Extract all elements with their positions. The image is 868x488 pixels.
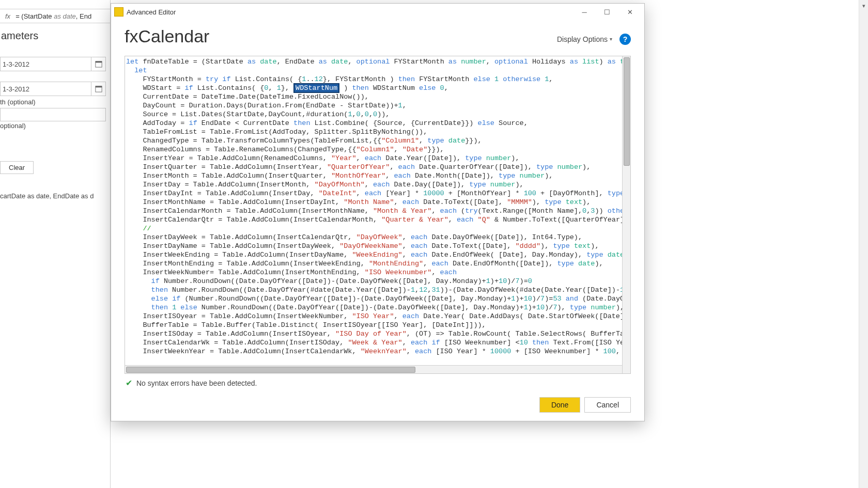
background-parameter-pane: fx = (StartDate as date, End ameters 1-3… xyxy=(0,0,111,488)
clear-button[interactable]: Clear xyxy=(0,161,34,174)
calendar-icon[interactable] xyxy=(91,82,105,96)
scrollbar-thumb[interactable] xyxy=(126,367,415,373)
svg-rect-1 xyxy=(95,61,101,63)
enddate-field[interactable]: 1-3-2012 xyxy=(0,82,106,96)
editor-horizontal-scrollbar[interactable] xyxy=(125,365,622,373)
dialog-title: Advanced Editor xyxy=(127,8,573,16)
parameters-heading: ameters xyxy=(0,30,38,42)
formula-bar[interactable]: fx = (StartDate as date, End xyxy=(0,9,111,23)
check-icon: ✔ xyxy=(126,378,132,388)
code-editor[interactable]: let fnDateTable = (StartDate as date, En… xyxy=(125,56,631,374)
function-signature-text: cartDate as date, EndDate as d xyxy=(0,192,111,200)
startdate-field[interactable]: 1-3-2012 xyxy=(0,57,106,71)
param-label-2: optional) xyxy=(0,122,26,130)
fx-icon: fx xyxy=(0,12,16,20)
scrollbar-thumb[interactable] xyxy=(624,57,630,166)
minimize-button[interactable]: ─ xyxy=(573,5,596,19)
chevron-down-icon[interactable]: ▾ xyxy=(859,0,868,11)
display-options-dropdown[interactable]: Display Options ▾ xyxy=(557,35,612,43)
window-vertical-scrollbar[interactable]: ▾ xyxy=(859,0,868,488)
svg-rect-3 xyxy=(95,86,101,88)
editor-vertical-scrollbar[interactable] xyxy=(622,56,630,373)
powerbi-icon xyxy=(114,7,123,17)
maximize-button[interactable]: ☐ xyxy=(596,5,618,19)
help-icon[interactable]: ? xyxy=(619,34,631,45)
calendar-icon[interactable] xyxy=(91,57,105,71)
dialog-titlebar[interactable]: Advanced Editor ─ ☐ ✕ xyxy=(111,4,644,20)
done-button[interactable]: Done xyxy=(539,397,580,413)
close-button[interactable]: ✕ xyxy=(618,5,641,19)
query-name-heading: fxCalendar xyxy=(125,26,209,46)
chevron-down-icon: ▾ xyxy=(610,36,612,42)
syntax-status-bar: ✔ No syntax errors have been detected. xyxy=(125,374,631,390)
fystartmonth-field[interactable] xyxy=(0,108,106,121)
param-label-1: th (optional) xyxy=(0,98,36,106)
formula-bar-text: = (StartDate as date, End xyxy=(16,12,91,20)
syntax-status-text: No syntax errors have been detected. xyxy=(136,379,257,387)
cancel-button[interactable]: Cancel xyxy=(584,397,631,413)
advanced-editor-dialog: Advanced Editor ─ ☐ ✕ fxCalendar Display… xyxy=(111,3,645,421)
